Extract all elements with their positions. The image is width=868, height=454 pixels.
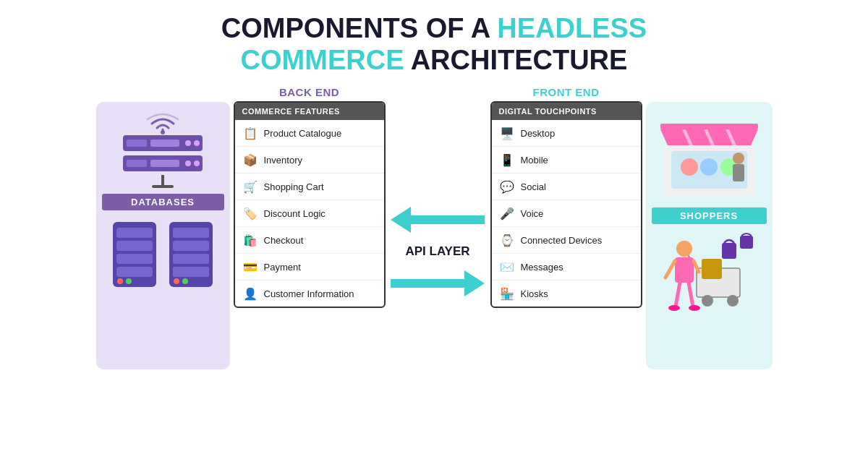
- svg-point-26: [182, 278, 188, 284]
- svg-rect-24: [173, 267, 209, 277]
- svg-rect-44: [702, 259, 722, 279]
- svg-point-35: [681, 158, 698, 176]
- diagram-area: DATABASES: [0, 86, 868, 375]
- digital-item-icon: ✉️: [499, 259, 515, 275]
- svg-rect-46: [675, 257, 694, 283]
- frontend-wrapper: FRONT END DIGITAL TOUCHPOINTS 🖥️ Desktop…: [490, 86, 642, 308]
- svg-line-47: [665, 261, 675, 278]
- digital-list-item: 🖥️ Desktop: [492, 120, 641, 147]
- svg-rect-54: [740, 236, 753, 249]
- svg-point-25: [174, 278, 179, 284]
- commerce-item-label: Inventory: [264, 155, 302, 166]
- svg-point-0: [161, 130, 165, 134]
- svg-point-51: [668, 305, 680, 311]
- digital-box: DIGITAL TOUCHPOINTS 🖥️ Desktop 📱 Mobile …: [490, 101, 642, 308]
- digital-list-item: 🎤 Voice: [492, 200, 641, 227]
- title-line1-teal: HEADLESS: [497, 13, 647, 43]
- commerce-item-icon: 💳: [242, 259, 258, 275]
- digital-item-label: Social: [521, 181, 546, 192]
- shoppers-label: SHOPPERS: [652, 207, 767, 224]
- svg-rect-15: [116, 241, 153, 251]
- databases-box: DATABASES: [96, 102, 230, 369]
- svg-rect-39: [733, 164, 744, 181]
- svg-rect-29: [660, 124, 758, 129]
- svg-rect-8: [150, 160, 179, 167]
- commerce-item-icon: 📦: [242, 152, 258, 168]
- digital-list-item: ⌚ Connected Devices: [492, 227, 641, 254]
- svg-point-52: [689, 305, 700, 311]
- commerce-item-label: Shopping Cart: [264, 181, 324, 192]
- digital-item-label: Voice: [521, 208, 544, 219]
- svg-marker-28: [391, 270, 485, 296]
- title-line2-black: ARCHITECTURE: [404, 45, 627, 75]
- svg-line-49: [676, 283, 680, 307]
- digital-item-icon: ⌚: [499, 232, 515, 248]
- wifi-icon: [145, 112, 181, 135]
- title-line2-teal: COMMERCE: [241, 45, 404, 75]
- digital-item-icon: 🎤: [499, 205, 515, 221]
- server-unit-right: [166, 222, 216, 291]
- commerce-item-label: Payment: [264, 262, 301, 273]
- svg-point-5: [194, 140, 200, 146]
- digital-item-label: Desktop: [521, 128, 556, 139]
- commerce-item-label: Product Catalogue: [264, 128, 342, 139]
- digital-item-label: Messages: [521, 262, 563, 273]
- commerce-item-icon: 🏷️: [242, 205, 258, 221]
- svg-point-19: [126, 278, 132, 284]
- databases-column: DATABASES: [93, 86, 234, 369]
- commerce-list-item: 🛒 Shopping Cart: [235, 174, 384, 200]
- api-arrows: API LAYER: [391, 207, 485, 296]
- main-title: COMPONENTS OF A HEADLESS COMMERCE ARCHIT…: [221, 13, 647, 76]
- digital-header: DIGITAL TOUCHPOINTS: [492, 103, 641, 120]
- svg-rect-17: [116, 267, 153, 277]
- svg-point-10: [194, 160, 200, 166]
- commerce-list-item: 💳 Payment: [235, 254, 384, 280]
- backend-label: BACK END: [279, 86, 339, 98]
- svg-point-18: [117, 278, 123, 284]
- databases-label: DATABASES: [102, 194, 224, 210]
- svg-rect-12: [152, 185, 174, 188]
- commerce-item-icon: 🛒: [242, 179, 258, 194]
- digital-item-label: Mobile: [521, 155, 548, 166]
- arrow-right-icon: [391, 270, 485, 296]
- api-layer-column: API LAYER: [386, 86, 490, 375]
- frontend-label: FRONT END: [533, 86, 600, 98]
- svg-rect-7: [127, 160, 147, 167]
- shoppers-column: SHOPPERS: [642, 86, 776, 369]
- digital-items: 🖥️ Desktop 📱 Mobile 💬 Social 🎤 Voice ⌚ C…: [492, 120, 641, 307]
- commerce-item-icon: 🛍️: [242, 232, 258, 248]
- commerce-box: COMMERCE FEATURES 📋 Product Catalogue 📦 …: [234, 101, 386, 308]
- digital-list-item: 📱 Mobile: [492, 147, 641, 174]
- server-units: [109, 222, 216, 291]
- commerce-list-item: 🛍️ Checkout: [235, 227, 384, 254]
- svg-point-45: [676, 241, 692, 257]
- backend-wrapper: BACK END COMMERCE FEATURES 📋 Product Cat…: [234, 86, 386, 308]
- commerce-item-label: Discount Logic: [264, 208, 326, 219]
- svg-point-42: [702, 295, 713, 307]
- commerce-item-label: Checkout: [264, 235, 304, 246]
- shoppers-box: SHOPPERS: [646, 102, 773, 369]
- digital-list-item: 🏪 Kiosks: [492, 280, 641, 307]
- digital-item-label: Connected Devices: [521, 235, 603, 246]
- digital-item-icon: 💬: [499, 179, 515, 194]
- svg-point-43: [727, 295, 739, 307]
- commerce-item-label: Customer Information: [264, 288, 354, 299]
- commerce-list-item: 📦 Inventory: [235, 147, 384, 174]
- digital-item-icon: 🖥️: [499, 125, 515, 141]
- digital-item-label: Kiosks: [521, 288, 548, 299]
- svg-line-48: [694, 261, 699, 272]
- svg-marker-27: [391, 207, 485, 233]
- api-label: API LAYER: [405, 244, 469, 259]
- svg-point-4: [185, 140, 191, 146]
- svg-point-9: [185, 160, 191, 166]
- digital-list-item: 💬 Social: [492, 174, 641, 200]
- digital-item-icon: 🏪: [499, 286, 515, 301]
- commerce-list-item: 🏷️ Discount Logic: [235, 200, 384, 227]
- commerce-items: 📋 Product Catalogue 📦 Inventory 🛒 Shoppi…: [235, 120, 384, 307]
- svg-rect-23: [173, 254, 209, 264]
- digital-item-icon: 📱: [499, 152, 515, 168]
- title-line1-black: COMPONENTS OF A: [221, 13, 497, 43]
- commerce-item-icon: 📋: [242, 125, 258, 141]
- commerce-header: COMMERCE FEATURES: [235, 103, 384, 120]
- svg-rect-2: [127, 140, 147, 147]
